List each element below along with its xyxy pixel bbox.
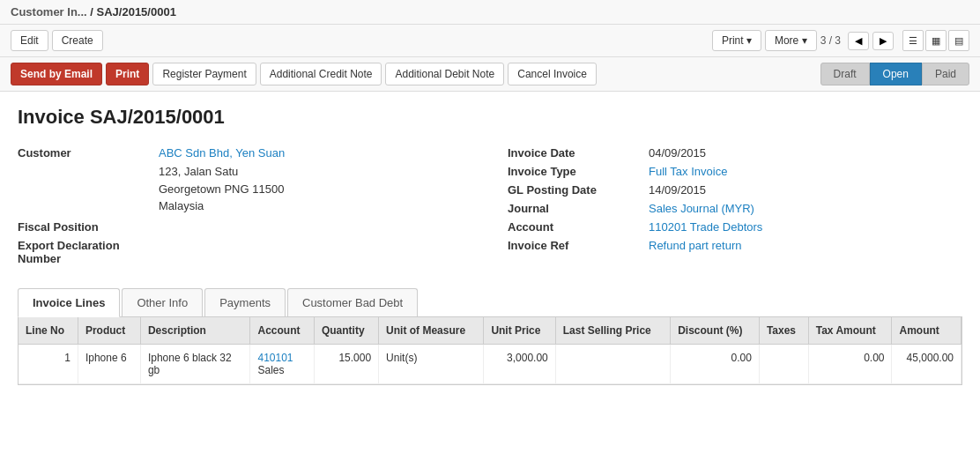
address-line3: Malaysia — [159, 197, 472, 215]
additional-credit-note-button[interactable]: Additional Credit Note — [260, 63, 382, 85]
journal-value[interactable]: Sales Journal (MYR) — [649, 202, 754, 215]
main-content: Invoice SAJ/2015/0001 Customer ABC Sdn B… — [0, 92, 980, 399]
col-unit-of-measure: Unit of Measure — [379, 317, 484, 345]
fiscal-position-label: Fiscal Position — [18, 220, 159, 234]
gl-posting-date-label: GL Posting Date — [508, 183, 649, 197]
export-declaration-label: Export Declaration Number — [18, 239, 159, 265]
breadcrumb-separator: / — [87, 5, 97, 19]
invoice-type-label: Invoice Type — [508, 165, 649, 178]
list-view-icon[interactable]: ☰ — [902, 30, 924, 51]
cell-last-selling-price — [555, 344, 670, 383]
additional-debit-note-button[interactable]: Additional Debit Note — [385, 63, 504, 85]
status-bar: Draft Open Paid — [820, 63, 969, 85]
cell-product: Iphone 6 — [78, 344, 140, 383]
nav-controls: 3 / 3 ◀ ▶ — [820, 32, 894, 50]
breadcrumb: Customer In... / SAJ/2015/0001 — [0, 0, 980, 25]
view-icons: ☰ ▦ ▤ — [902, 30, 969, 51]
cell-taxes — [759, 344, 808, 383]
col-quantity: Quantity — [314, 317, 378, 345]
account-row: Account 110201 Trade Debtors — [508, 220, 962, 234]
account-value[interactable]: 110201 Trade Debtors — [649, 220, 762, 234]
register-payment-button[interactable]: Register Payment — [152, 63, 256, 85]
invoice-ref-value[interactable]: Refund part return — [649, 239, 742, 252]
cell-account: 410101Sales — [250, 344, 314, 383]
col-discount: Discount (%) — [671, 317, 760, 345]
info-left: Customer ABC Sdn Bhd, Yen Suan 123, Jala… — [18, 146, 472, 271]
cell-quantity: 15.000 — [314, 344, 378, 383]
send-email-button[interactable]: Send by Email — [11, 63, 102, 85]
invoice-lines-table: Line No Product Description Account Quan… — [19, 317, 961, 384]
customer-name[interactable]: ABC Sdn Bhd, Yen Suan — [159, 146, 285, 160]
cell-amount: 45,000.00 — [892, 344, 961, 383]
cell-line-no: 1 — [19, 344, 78, 383]
print-button[interactable]: Print ▾ — [712, 30, 761, 51]
invoice-date-value: 04/09/2015 — [649, 146, 706, 160]
tab-customer-bad-debt[interactable]: Customer Bad Debt — [287, 288, 418, 316]
nav-next-button[interactable]: ▶ — [872, 32, 894, 50]
invoice-ref-row: Invoice Ref Refund part return — [508, 239, 962, 252]
invoice-type-row: Invoice Type Full Tax Invoice — [508, 165, 962, 178]
info-right: Invoice Date 04/09/2015 Invoice Type Ful… — [508, 146, 962, 271]
journal-row: Journal Sales Journal (MYR) — [508, 202, 962, 215]
customer-label: Customer — [18, 146, 159, 160]
invoice-date-label: Invoice Date — [508, 146, 649, 160]
edit-button[interactable]: Edit — [11, 30, 48, 51]
breadcrumb-current: SAJ/2015/0001 — [97, 5, 176, 19]
cell-tax-amount: 0.00 — [808, 344, 892, 383]
tabs: Invoice Lines Other Info Payments Custom… — [18, 288, 962, 316]
customer-row: Customer ABC Sdn Bhd, Yen Suan — [18, 146, 472, 160]
nav-count: 3 / 3 — [820, 34, 841, 47]
invoice-info-section: Customer ABC Sdn Bhd, Yen Suan 123, Jala… — [18, 146, 962, 271]
cell-description: Iphone 6 black 32gb — [140, 344, 250, 383]
account-label: Account — [508, 220, 649, 234]
invoice-type-value[interactable]: Full Tax Invoice — [649, 165, 727, 178]
journal-label: Journal — [508, 202, 649, 215]
col-product: Product — [78, 317, 140, 345]
status-draft: Draft — [820, 63, 870, 85]
invoice-ref-label: Invoice Ref — [508, 239, 649, 252]
invoice-title: Invoice SAJ/2015/0001 — [18, 106, 962, 129]
col-last-selling-price: Last Selling Price — [555, 317, 670, 345]
col-taxes: Taxes — [759, 317, 808, 345]
breadcrumb-parent[interactable]: Customer In... — [11, 5, 87, 19]
create-button[interactable]: Create — [52, 30, 103, 51]
tab-invoice-lines[interactable]: Invoice Lines — [18, 288, 120, 317]
cell-unit-of-measure: Unit(s) — [379, 344, 484, 383]
col-amount: Amount — [892, 317, 961, 345]
fiscal-position-row: Fiscal Position — [18, 220, 472, 234]
status-paid: Paid — [922, 63, 969, 85]
cancel-invoice-button[interactable]: Cancel Invoice — [508, 63, 597, 85]
customer-address: 123, Jalan Satu Georgetown PNG 11500 Mal… — [159, 163, 472, 215]
col-description: Description — [140, 317, 250, 345]
table-header-row: Line No Product Description Account Quan… — [19, 317, 961, 345]
status-open: Open — [870, 63, 922, 85]
tab-payments[interactable]: Payments — [204, 288, 286, 316]
cell-unit-price: 3,000.00 — [484, 344, 555, 383]
more-button[interactable]: More ▾ — [765, 30, 817, 51]
nav-prev-button[interactable]: ◀ — [848, 32, 869, 50]
form-view-icon[interactable]: ▤ — [948, 30, 969, 51]
export-declaration-row: Export Declaration Number — [18, 239, 472, 265]
kanban-view-icon[interactable]: ▦ — [925, 30, 947, 51]
invoice-lines-table-wrapper: Line No Product Description Account Quan… — [18, 317, 962, 385]
action-toolbar: Send by Email Print Register Payment Add… — [0, 57, 980, 92]
gl-posting-date-value: 14/09/2015 — [649, 183, 706, 197]
table-row[interactable]: 1 Iphone 6 Iphone 6 black 32gb 410101Sal… — [19, 344, 961, 383]
col-account: Account — [250, 317, 314, 345]
col-tax-amount: Tax Amount — [808, 317, 892, 345]
col-line-no: Line No — [19, 317, 78, 345]
tabs-container: Invoice Lines Other Info Payments Custom… — [18, 288, 962, 317]
top-toolbar: Edit Create Print ▾ More ▾ 3 / 3 ◀ ▶ ☰ ▦… — [0, 25, 980, 57]
tab-other-info[interactable]: Other Info — [122, 288, 203, 316]
cell-discount: 0.00 — [671, 344, 760, 383]
gl-posting-date-row: GL Posting Date 14/09/2015 — [508, 183, 962, 197]
invoice-date-row: Invoice Date 04/09/2015 — [508, 146, 962, 160]
address-line2: Georgetown PNG 11500 — [159, 181, 472, 198]
print-action-button[interactable]: Print — [106, 63, 149, 85]
col-unit-price: Unit Price — [484, 317, 555, 345]
address-line1: 123, Jalan Satu — [159, 163, 472, 181]
